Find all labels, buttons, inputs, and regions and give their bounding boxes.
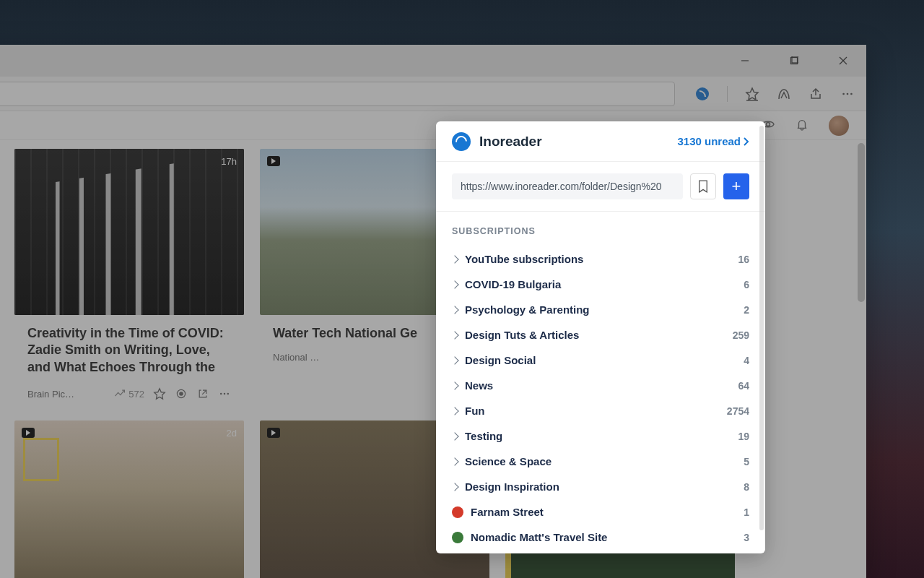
- subscription-count: 8: [744, 481, 749, 493]
- unread-link[interactable]: 3130 unread: [677, 135, 749, 147]
- chevron-right-icon: [450, 255, 458, 263]
- subscription-label: Design Tuts & Articles: [465, 329, 725, 341]
- subscription-count: 259: [733, 329, 749, 341]
- subscription-item[interactable]: YouTube subscriptions16: [452, 246, 749, 272]
- window-minimize-button[interactable]: [729, 49, 761, 72]
- subscription-item[interactable]: News64: [452, 373, 749, 398]
- toolbar-icons: [695, 86, 855, 102]
- chevron-right-icon: [450, 407, 458, 415]
- star-icon[interactable]: [153, 387, 166, 400]
- subscription-label: COVID-19 Bulgaria: [465, 278, 736, 290]
- browser-toolbar: [0, 77, 866, 111]
- window-maximize-button[interactable]: [778, 49, 810, 72]
- svg-point-21: [220, 393, 222, 395]
- play-icon: [267, 156, 280, 166]
- svg-point-8: [842, 92, 845, 95]
- mark-read-icon[interactable]: [175, 387, 188, 400]
- open-link-icon[interactable]: [196, 387, 209, 400]
- svg-point-20: [179, 392, 183, 396]
- subscriptions-list: YouTube subscriptions16COVID-19 Bulgaria…: [452, 246, 749, 550]
- svg-point-5: [696, 87, 709, 100]
- subscription-count: 1: [744, 506, 749, 518]
- close-icon: [839, 56, 847, 65]
- popup-header: Inoreader 3130 unread: [436, 121, 765, 162]
- svg-point-10: [850, 92, 853, 95]
- card-title: Creativity in the Time of COVID: Zadie S…: [27, 325, 231, 377]
- subscription-item[interactable]: Farnam Street1: [452, 499, 749, 525]
- subscription-item[interactable]: Design Inspiration8: [452, 474, 749, 499]
- card-meta: Brain Pic… 572: [14, 377, 244, 403]
- card-more-icon[interactable]: [218, 387, 231, 400]
- inoreader-logo-icon: [452, 132, 471, 151]
- subscription-count: 16: [738, 254, 749, 265]
- toolbar-separator: [727, 86, 728, 102]
- card-thumbnail[interactable]: 2d: [14, 420, 244, 578]
- feed-favicon: [452, 532, 463, 543]
- subscriptions-heading: SUBSCRIPTIONS: [452, 226, 749, 236]
- extension-popup: Inoreader 3130 unread + SUBSCRIPTIONS Yo…: [436, 121, 765, 553]
- bookmark-icon: [698, 180, 708, 193]
- play-icon: [22, 428, 35, 438]
- subscription-label: News: [465, 379, 731, 392]
- svg-point-23: [227, 393, 230, 395]
- chevron-right-icon: [450, 381, 458, 389]
- plus-icon: +: [732, 177, 741, 196]
- article-card[interactable]: 17h Creativity in the Time of COVID: Zad…: [14, 149, 244, 403]
- window-close-button[interactable]: [827, 49, 859, 72]
- url-input[interactable]: [452, 173, 683, 199]
- window-titlebar: [0, 45, 866, 77]
- subscription-count: 19: [738, 431, 749, 442]
- subscription-item[interactable]: Testing19: [452, 423, 749, 449]
- address-bar[interactable]: [0, 82, 675, 106]
- subscription-item[interactable]: Fun2754: [452, 398, 749, 423]
- svg-point-22: [224, 393, 226, 395]
- svg-point-11: [767, 122, 770, 126]
- subscription-label: Testing: [465, 430, 731, 442]
- subscription-label: Farnam Street: [471, 506, 736, 518]
- article-card[interactable]: 2d: [14, 420, 244, 578]
- subscription-label: YouTube subscriptions: [465, 253, 731, 265]
- trending-icon: 572: [114, 387, 144, 400]
- subscription-count: 2754: [727, 405, 749, 417]
- subscription-item[interactable]: COVID-19 Bulgaria6: [452, 272, 749, 297]
- time-badge: 17h: [221, 156, 237, 167]
- content-scrollbar[interactable]: [858, 143, 865, 302]
- favorites-icon[interactable]: [745, 87, 759, 101]
- svg-point-9: [847, 92, 849, 95]
- subscription-item[interactable]: Science & Space5: [452, 449, 749, 474]
- subscription-count: 3: [744, 532, 749, 543]
- subscription-label: Fun: [465, 405, 720, 417]
- chevron-right-icon: [450, 483, 458, 491]
- subscription-label: Nomadic Matt's Travel Site: [471, 531, 736, 543]
- subscription-label: Psychology & Parenting: [465, 303, 736, 316]
- share-icon[interactable]: [808, 87, 823, 101]
- popup-url-row: +: [436, 162, 765, 212]
- chevron-right-icon: [450, 331, 458, 339]
- subscription-label: Design Social: [465, 354, 736, 366]
- rss-extension-icon[interactable]: [695, 87, 710, 101]
- card-thumbnail[interactable]: 17h: [14, 149, 244, 315]
- svg-marker-6: [746, 88, 758, 100]
- subscription-item[interactable]: Design Tuts & Articles259: [452, 322, 749, 348]
- user-avatar[interactable]: [829, 116, 849, 136]
- popup-title: Inoreader: [479, 134, 677, 150]
- play-icon: [267, 428, 280, 438]
- subscription-count: 6: [744, 279, 749, 290]
- time-badge: 2d: [227, 428, 237, 439]
- collections-icon[interactable]: [777, 87, 791, 101]
- subscription-item[interactable]: Design Social4: [452, 348, 749, 373]
- subscription-count: 5: [744, 456, 749, 467]
- subscription-item[interactable]: Nomadic Matt's Travel Site3: [452, 525, 749, 550]
- more-icon[interactable]: [840, 87, 855, 101]
- bell-icon[interactable]: [796, 118, 808, 134]
- bookmark-button[interactable]: [690, 173, 716, 199]
- card-source: Brain Pic…: [27, 389, 105, 400]
- add-button[interactable]: +: [723, 173, 749, 199]
- chevron-right-icon: [450, 356, 458, 364]
- chevron-right-icon: [450, 280, 458, 288]
- popup-scrollbar[interactable]: [759, 126, 764, 530]
- subscription-count: 4: [744, 355, 749, 366]
- subscription-count: 2: [744, 304, 749, 316]
- subscription-item[interactable]: Psychology & Parenting2: [452, 297, 749, 322]
- chevron-right-icon: [450, 306, 458, 314]
